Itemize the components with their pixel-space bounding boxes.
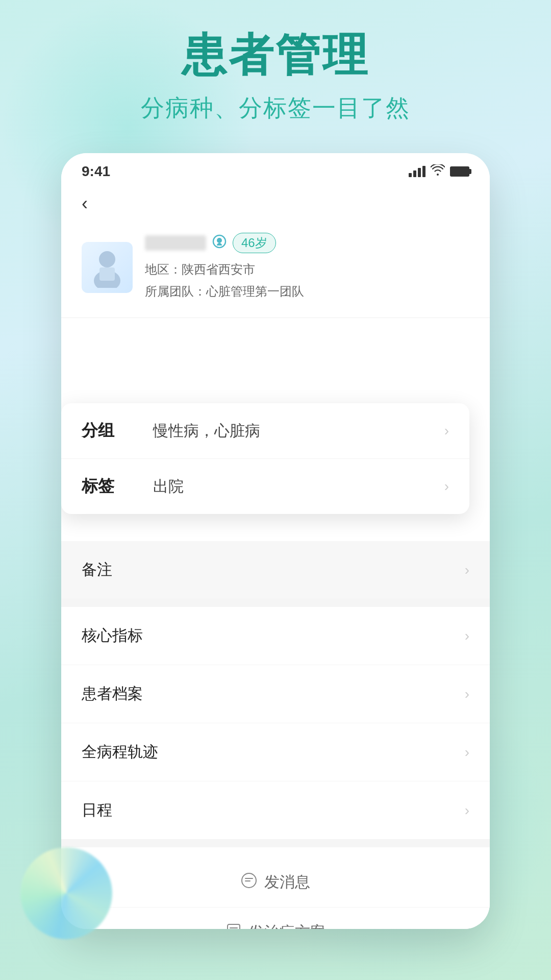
core-indicators-label: 核心指标 bbox=[82, 625, 143, 646]
patient-file-arrow: › bbox=[465, 686, 469, 702]
signal-icon bbox=[409, 166, 425, 177]
battery-icon bbox=[450, 166, 469, 177]
patient-gender-icon bbox=[212, 234, 227, 252]
section-main-menu: 核心指标 › 患者档案 › 全病程轨迹 › 日程 › bbox=[61, 607, 490, 839]
floating-group-tag-card: 分组 慢性病，心脏病 › 标签 出院 › bbox=[61, 403, 469, 514]
send-treatment-label: 发治疗方案 bbox=[249, 922, 325, 929]
patient-name-row: 46岁 bbox=[145, 233, 469, 253]
group-row[interactable]: 分组 慢性病，心脏病 › bbox=[61, 403, 469, 459]
patient-region: 地区：陕西省西安市 bbox=[145, 258, 469, 280]
treatment-icon bbox=[226, 922, 242, 929]
tag-value: 出院 bbox=[153, 476, 444, 497]
menu-item-full-trajectory[interactable]: 全病程轨迹 › bbox=[61, 723, 490, 781]
group-arrow: › bbox=[444, 423, 449, 439]
tag-arrow: › bbox=[444, 478, 449, 495]
action-section: 发消息 发治疗方案 bbox=[61, 847, 490, 929]
svg-point-4 bbox=[217, 238, 222, 243]
phone-content: 9:41 bbox=[61, 153, 490, 929]
decorative-orb bbox=[20, 847, 112, 939]
section-notes: 备注 › bbox=[61, 541, 490, 599]
group-value: 慢性病，心脏病 bbox=[153, 421, 444, 442]
message-icon bbox=[241, 872, 257, 892]
phone-mockup: 9:41 bbox=[61, 153, 490, 929]
notes-label: 备注 bbox=[82, 559, 112, 580]
menu-item-notes[interactable]: 备注 › bbox=[61, 541, 490, 599]
full-trajectory-arrow: › bbox=[465, 744, 469, 761]
group-label: 分组 bbox=[82, 420, 133, 442]
full-trajectory-label: 全病程轨迹 bbox=[82, 742, 158, 763]
send-message-label: 发消息 bbox=[264, 872, 310, 893]
tag-label: 标签 bbox=[82, 475, 133, 498]
back-button[interactable]: ‹ bbox=[82, 193, 88, 214]
status-time: 9:41 bbox=[82, 163, 110, 180]
patient-file-label: 患者档案 bbox=[82, 683, 143, 704]
notes-arrow: › bbox=[465, 562, 469, 578]
main-content: 备注 › 核心指标 › 患者档案 › 全病程轨迹 › bbox=[61, 541, 490, 929]
wifi-icon bbox=[431, 164, 445, 179]
page-title-area: 患者管理 分病种、分标签一目了然 bbox=[0, 31, 551, 124]
patient-info: 46岁 地区：陕西省西安市 所属团队：心脏管理第一团队 bbox=[145, 233, 469, 302]
page-subtitle: 分病种、分标签一目了然 bbox=[0, 92, 551, 124]
menu-item-core-indicators[interactable]: 核心指标 › bbox=[61, 607, 490, 665]
svg-point-0 bbox=[99, 251, 115, 267]
nav-bar: ‹ bbox=[61, 185, 490, 223]
page-main-title: 患者管理 bbox=[0, 31, 551, 80]
menu-item-schedule[interactable]: 日程 › bbox=[61, 781, 490, 839]
schedule-label: 日程 bbox=[82, 800, 112, 821]
status-bar: 9:41 bbox=[61, 153, 490, 185]
patient-avatar bbox=[82, 242, 133, 293]
patient-age-badge: 46岁 bbox=[233, 233, 276, 253]
action-send-message[interactable]: 发消息 bbox=[61, 857, 490, 908]
menu-item-patient-file[interactable]: 患者档案 › bbox=[61, 665, 490, 723]
patient-header: 46岁 地区：陕西省西安市 所属团队：心脏管理第一团队 bbox=[61, 223, 490, 318]
patient-team: 所属团队：心脏管理第一团队 bbox=[145, 280, 469, 302]
svg-rect-2 bbox=[99, 267, 115, 281]
action-send-treatment[interactable]: 发治疗方案 bbox=[61, 908, 490, 929]
core-indicators-arrow: › bbox=[465, 628, 469, 644]
tag-row[interactable]: 标签 出院 › bbox=[61, 459, 469, 514]
status-icons bbox=[409, 164, 469, 179]
schedule-arrow: › bbox=[465, 802, 469, 819]
patient-name-blur bbox=[145, 235, 206, 251]
